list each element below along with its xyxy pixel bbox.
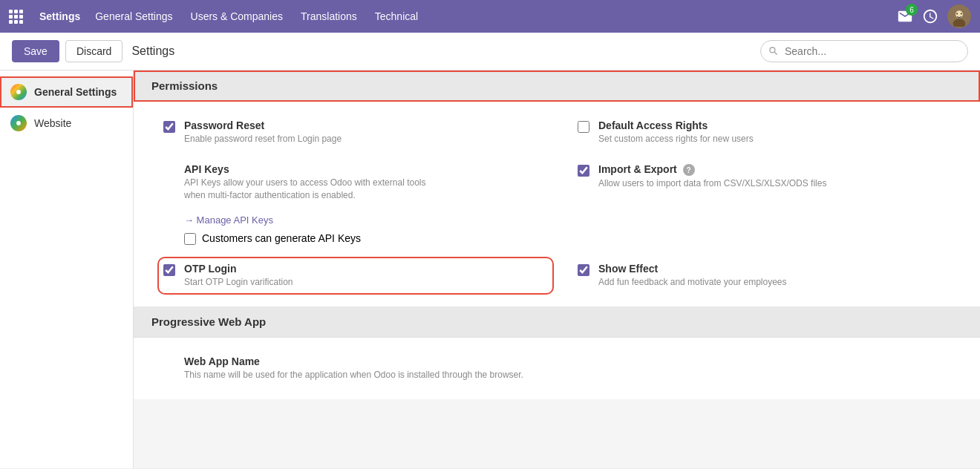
toolbar: Save Discard Settings bbox=[0, 33, 980, 70]
setting-title-api-keys: API Keys bbox=[184, 163, 548, 175]
search-input[interactable] bbox=[760, 40, 968, 62]
setting-desc-default-access-rights: Set custom access rights for new users bbox=[598, 133, 962, 145]
permissions-section: Permissions Password Reset Enable passwo… bbox=[134, 70, 980, 306]
save-button[interactable]: Save bbox=[12, 40, 59, 62]
topnav: Settings General Settings Users & Compan… bbox=[0, 0, 980, 33]
topnav-link-general-settings[interactable]: General Settings bbox=[88, 6, 180, 27]
permissions-header: Permissions bbox=[134, 70, 980, 102]
setting-content-otp-login: OTP Login Start OTP Login varification bbox=[184, 263, 548, 289]
setting-desc-web-app-name: This name will be used for the applicati… bbox=[184, 369, 548, 381]
pwa-title: Progressive Web App bbox=[151, 315, 266, 328]
pwa-settings-grid: Web App Name This name will be used for … bbox=[163, 355, 962, 381]
setting-title-otp-login: OTP Login bbox=[184, 263, 548, 275]
setting-title-web-app-name: Web App Name bbox=[184, 355, 548, 367]
setting-desc-show-effect: Add fun feedback and motivate your emplo… bbox=[598, 276, 962, 289]
grid-icon[interactable] bbox=[9, 10, 23, 24]
checkbox-otp-login[interactable] bbox=[163, 264, 175, 276]
topnav-link-translations[interactable]: Translations bbox=[293, 6, 365, 27]
setting-desc-api-keys: API Keys allow your users to access Odoo… bbox=[184, 177, 548, 202]
settings-grid: Password Reset Enable password reset fro… bbox=[163, 119, 962, 289]
setting-desc-import-export: Allow users to import data from CSV/XLS/… bbox=[598, 177, 962, 190]
manage-api-keys-link[interactable]: → Manage API Keys bbox=[184, 214, 273, 226]
setting-title-password-reset: Password Reset bbox=[184, 119, 548, 131]
checkbox-import-export[interactable] bbox=[578, 165, 589, 177]
svg-point-4 bbox=[961, 13, 962, 14]
sidebar-label-website: Website bbox=[34, 117, 71, 129]
sidebar: General Settings Website bbox=[0, 70, 134, 468]
setting-title-import-export: Import & Export ? bbox=[598, 163, 962, 177]
setting-title-default-access-rights: Default Access Rights bbox=[598, 119, 962, 131]
topnav-link-technical[interactable]: Technical bbox=[368, 6, 425, 27]
sidebar-label-general-settings: General Settings bbox=[34, 86, 117, 98]
setting-content-api-keys: API Keys API Keys allow your users to ac… bbox=[184, 163, 548, 246]
setting-content-default-access-rights: Default Access Rights Set custom access … bbox=[598, 119, 962, 145]
topnav-right: 6 bbox=[897, 4, 971, 28]
main-layout: General Settings Website Permissions bbox=[0, 70, 980, 468]
content-area[interactable]: Permissions Password Reset Enable passwo… bbox=[134, 70, 980, 468]
checkbox-default-access-rights[interactable] bbox=[578, 121, 589, 133]
setting-content-password-reset: Password Reset Enable password reset fro… bbox=[184, 119, 548, 145]
general-settings-icon bbox=[10, 84, 27, 100]
setting-desc-password-reset: Enable password reset from Login page bbox=[184, 133, 548, 145]
pwa-header: Progressive Web App bbox=[134, 306, 980, 338]
discard-button[interactable]: Discard bbox=[65, 40, 122, 62]
search-container bbox=[760, 40, 968, 62]
setting-default-access-rights: Default Access Rights Set custom access … bbox=[578, 119, 962, 145]
setting-api-keys: API Keys API Keys allow your users to ac… bbox=[163, 163, 548, 246]
setting-content-show-effect: Show Effect Add fun feedback and motivat… bbox=[598, 263, 962, 289]
checkbox-show-effect[interactable] bbox=[578, 264, 589, 276]
svg-point-5 bbox=[16, 90, 21, 94]
notif-badge: 6 bbox=[906, 4, 918, 16]
setting-otp-login: OTP Login Start OTP Login varification bbox=[163, 263, 548, 289]
sidebar-item-website[interactable]: Website bbox=[0, 108, 133, 139]
user-avatar[interactable] bbox=[947, 4, 971, 28]
svg-point-6 bbox=[16, 121, 21, 125]
customer-api-keys-row: Customers can generate API Keys bbox=[184, 232, 548, 245]
setting-web-app-name: Web App Name This name will be used for … bbox=[163, 355, 548, 381]
pwa-body: Web App Name This name will be used for … bbox=[134, 338, 980, 399]
checkbox-customers-api-keys[interactable] bbox=[184, 233, 196, 245]
checkbox-password-reset[interactable] bbox=[163, 121, 175, 133]
import-export-help-icon[interactable]: ? bbox=[683, 164, 695, 176]
toolbar-title: Settings bbox=[131, 45, 174, 58]
setting-desc-otp-login: Start OTP Login varification bbox=[184, 276, 548, 289]
setting-content-web-app-name: Web App Name This name will be used for … bbox=[184, 355, 548, 381]
pwa-section: Progressive Web App Web App Name This na… bbox=[134, 306, 980, 399]
topnav-settings-label[interactable]: Settings bbox=[32, 6, 88, 27]
setting-content-import-export: Import & Export ? Allow users to import … bbox=[598, 163, 962, 190]
sidebar-item-general-settings[interactable]: General Settings bbox=[0, 76, 133, 108]
setting-show-effect: Show Effect Add fun feedback and motivat… bbox=[578, 263, 962, 289]
setting-import-export: Import & Export ? Allow users to import … bbox=[578, 163, 962, 246]
notification-icon[interactable]: 6 bbox=[897, 8, 913, 24]
customer-api-keys-label: Customers can generate API Keys bbox=[202, 232, 361, 244]
svg-point-3 bbox=[956, 13, 958, 14]
topnav-link-users-companies[interactable]: Users & Companies bbox=[183, 6, 291, 27]
setting-title-show-effect: Show Effect bbox=[598, 263, 962, 275]
permissions-body: Password Reset Enable password reset fro… bbox=[134, 102, 980, 306]
permissions-title: Permissions bbox=[151, 79, 218, 92]
website-icon bbox=[10, 115, 27, 131]
setting-password-reset: Password Reset Enable password reset fro… bbox=[163, 119, 548, 145]
clock-icon[interactable] bbox=[922, 8, 938, 24]
topnav-links: General Settings Users & Companies Trans… bbox=[88, 6, 897, 27]
